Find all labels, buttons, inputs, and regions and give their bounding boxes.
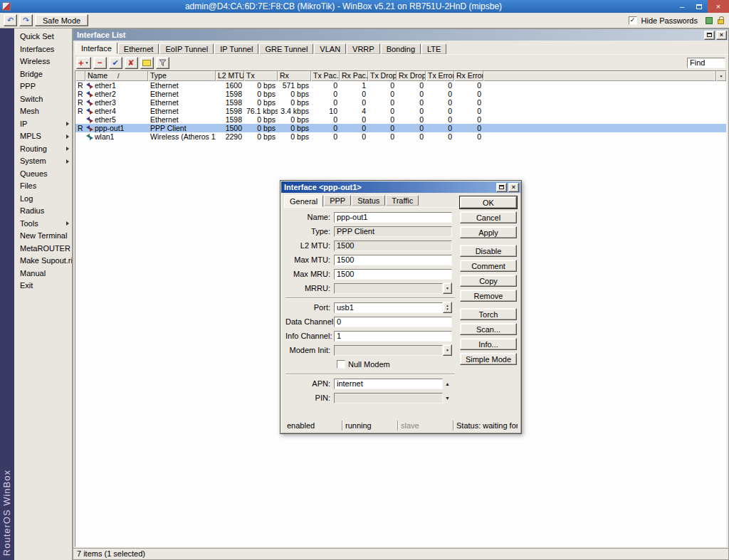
table-row[interactable]: R ether3 Ethernet 1598 0 bps 0 bps 0 0 0… (75, 98, 726, 107)
info-button[interactable]: Info... (460, 338, 517, 350)
column-header-l2mtu[interactable]: L2 MTU (216, 71, 244, 81)
sidebar-item-switch[interactable]: Switch (14, 93, 72, 106)
scan-button[interactable]: Scan... (460, 323, 517, 335)
close-list-button[interactable]: × (716, 31, 727, 40)
comment-button[interactable]: Comment (460, 260, 517, 272)
column-header-type[interactable]: Type (148, 71, 216, 81)
safe-mode-button[interactable]: Safe Mode (35, 14, 88, 26)
hide-passwords-checkbox[interactable]: ✓ (629, 16, 637, 25)
sidebar-item-bridge[interactable]: Bridge (14, 68, 72, 81)
column-header-name[interactable]: Name/ (85, 71, 148, 81)
restore-button[interactable] (704, 31, 715, 40)
tab-bonding[interactable]: Bonding (381, 43, 421, 54)
modem-init-input[interactable] (334, 345, 443, 356)
ok-button[interactable]: OK (460, 196, 517, 208)
disable-button[interactable]: ✘ (125, 57, 138, 69)
sidebar-item-new-terminal[interactable]: New Terminal (14, 230, 72, 243)
sidebar-item-make-supout[interactable]: Make Supout.rif (14, 255, 72, 268)
simple-mode-button[interactable]: Simple Mode (460, 353, 517, 365)
table-row[interactable]: R ether1 Ethernet 1600 0 bps 571 bps 0 1… (75, 81, 726, 90)
maximize-button[interactable] (691, 0, 708, 13)
column-header-rx[interactable]: Rx (278, 71, 311, 81)
mrru-input[interactable] (334, 283, 443, 294)
minimize-button[interactable]: – (673, 0, 691, 13)
redo-button[interactable]: ↷ (19, 14, 33, 26)
info-channel-input[interactable] (334, 331, 452, 342)
disable-button[interactable]: Disable (460, 245, 517, 257)
column-header-rx-drops[interactable]: Rx Drops (397, 71, 426, 81)
tab-vlan[interactable]: VLAN (314, 43, 346, 54)
cancel-button[interactable]: Cancel (460, 211, 517, 223)
torch-button[interactable]: Torch (460, 308, 517, 320)
tab-interface[interactable]: Interface (75, 42, 117, 54)
tab-vrrp[interactable]: VRRP (347, 43, 380, 54)
sidebar-item-tools[interactable]: Tools (14, 218, 72, 231)
expand-down-icon[interactable]: ▼ (443, 396, 452, 401)
comment-button[interactable] (140, 57, 154, 69)
dialog-close-button[interactable]: × (508, 183, 519, 192)
column-header-tx-errors[interactable]: Tx Errors (426, 71, 454, 81)
tab-gre-tunnel[interactable]: GRE Tunnel (259, 43, 313, 54)
tab-lte[interactable]: LTE (421, 43, 446, 54)
tab-ip-tunnel[interactable]: IP Tunnel (214, 43, 258, 54)
close-button[interactable]: × (708, 0, 729, 13)
column-header-flags[interactable] (75, 71, 85, 81)
sidebar-item-system[interactable]: System (14, 155, 72, 168)
null-modem-checkbox[interactable] (337, 360, 345, 369)
enable-button[interactable]: ✔ (109, 57, 122, 69)
column-header-rx-errors[interactable]: Rx Errors (454, 71, 483, 81)
hide-passwords-label[interactable]: Hide Passwords (641, 16, 698, 25)
table-row-selected[interactable]: R ppp-out1 PPP Client 1500 0 bps 0 bps 0… (75, 124, 726, 132)
column-header-tx-drops[interactable]: Tx Drops (368, 71, 397, 81)
port-spinner[interactable]: ▲▼ (443, 302, 452, 313)
sidebar-item-manual[interactable]: Manual (14, 268, 72, 280)
column-select-button[interactable]: ▼ (716, 71, 726, 81)
table-row[interactable]: ether5 Ethernet 1598 0 bps 0 bps 0 0 0 0… (75, 115, 726, 124)
sidebar-item-files[interactable]: Files (14, 180, 72, 193)
modem-init-dropdown-button[interactable]: ▼ (443, 344, 452, 356)
sidebar-item-quick-set[interactable]: Quick Set (14, 31, 72, 43)
add-button[interactable]: + ▼ (76, 57, 91, 69)
sidebar-item-wireless[interactable]: Wireless (14, 56, 72, 68)
sidebar-item-interfaces[interactable]: Interfaces (14, 43, 72, 56)
table-row[interactable]: R ether2 Ethernet 1598 0 bps 0 bps 0 0 0… (75, 90, 726, 98)
collapse-up-icon[interactable]: ▲ (443, 381, 452, 386)
sidebar-item-queues[interactable]: Queues (14, 168, 72, 181)
column-header-tx-packets[interactable]: Tx Pac... (311, 71, 340, 81)
remove-button[interactable]: − (93, 57, 107, 69)
find-box[interactable]: Find (687, 58, 725, 68)
tab-ethernet[interactable]: Ethernet (118, 43, 159, 54)
max-mtu-input[interactable] (334, 255, 452, 265)
column-header-rx-packets[interactable]: Rx Pac... (340, 71, 368, 81)
name-input[interactable] (334, 212, 452, 223)
max-mru-input[interactable] (334, 269, 452, 280)
filter-button[interactable] (156, 57, 169, 69)
tab-ppp[interactable]: PPP (324, 195, 351, 206)
tab-general[interactable]: General (284, 195, 323, 207)
apn-input[interactable] (334, 379, 443, 389)
tab-traffic[interactable]: Traffic (386, 195, 419, 206)
dialog-maximize-button[interactable] (496, 183, 507, 192)
null-modem-label[interactable]: Null Modem (348, 360, 390, 369)
tab-status[interactable]: Status (352, 195, 385, 206)
column-header-tx[interactable]: Tx (244, 71, 278, 81)
sidebar-item-exit[interactable]: Exit (14, 280, 72, 292)
sidebar-item-ppp[interactable]: PPP (14, 80, 72, 93)
copy-button[interactable]: Copy (460, 275, 517, 287)
sidebar-item-ip[interactable]: IP (14, 118, 72, 131)
port-input[interactable] (334, 302, 443, 313)
sidebar-item-log[interactable]: Log (14, 193, 72, 206)
tab-eoip-tunnel[interactable]: EoIP Tunnel (159, 43, 214, 54)
sidebar-item-radius[interactable]: Radius (14, 205, 72, 218)
pin-input[interactable] (334, 393, 443, 403)
remove-button[interactable]: Remove (460, 290, 517, 302)
mrru-dropdown-button[interactable]: ▼ (443, 282, 452, 294)
table-row[interactable]: wlan1 Wireless (Atheros 11N) 2290 0 bps … (75, 132, 726, 141)
sidebar-item-metarouter[interactable]: MetaROUTER (14, 243, 72, 255)
table-row[interactable]: R ether4 Ethernet 1598 76.1 kbps 3.4 kbp… (75, 107, 726, 115)
data-channel-input[interactable] (334, 317, 452, 327)
sidebar-item-routing[interactable]: Routing (14, 143, 72, 156)
undo-button[interactable]: ↶ (4, 14, 17, 26)
sidebar-item-mesh[interactable]: Mesh (14, 105, 72, 118)
sidebar-item-mpls[interactable]: MPLS (14, 130, 72, 143)
